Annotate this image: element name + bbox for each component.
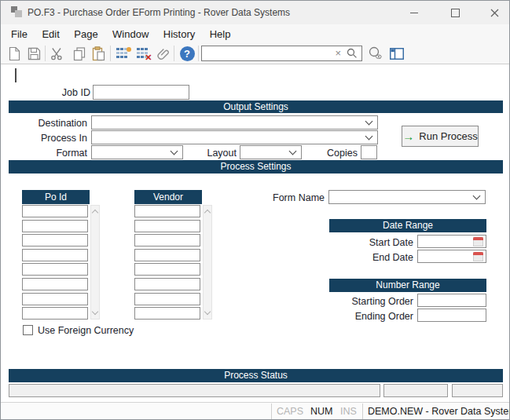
attachment-button[interactable] bbox=[154, 45, 173, 63]
minimize-icon bbox=[410, 13, 418, 13]
search-preview-icon bbox=[368, 46, 383, 61]
copy-button[interactable] bbox=[70, 45, 89, 63]
help-icon: ? bbox=[180, 46, 195, 61]
status-bar: CAPS NUM INS DEMO.NEW - Rover Data Syste… bbox=[1, 402, 509, 420]
form-name-label: Form Name bbox=[260, 192, 325, 203]
run-process-button[interactable]: → Run Process bbox=[402, 126, 479, 147]
list-cell-input[interactable] bbox=[134, 205, 200, 217]
statusbar-separator bbox=[362, 404, 363, 420]
app-icon bbox=[11, 6, 24, 19]
run-process-label: Run Process bbox=[419, 130, 477, 142]
process-settings-header: Process Settings bbox=[9, 160, 503, 173]
minimize-button[interactable] bbox=[398, 1, 431, 24]
caps-indicator: CAPS bbox=[277, 406, 303, 417]
menu-item-edit[interactable]: Edit bbox=[42, 24, 59, 44]
list-cell-input[interactable] bbox=[22, 220, 88, 232]
menu-item-help[interactable]: Help bbox=[210, 24, 231, 44]
use-foreign-currency-checkbox[interactable] bbox=[23, 325, 33, 335]
vendor-scrollbar[interactable] bbox=[203, 205, 212, 320]
clear-search-icon[interactable]: × bbox=[335, 47, 341, 60]
starting-order-input[interactable] bbox=[417, 294, 486, 307]
form-layout-icon bbox=[390, 48, 404, 60]
calendar-icon[interactable] bbox=[473, 252, 483, 261]
ins-indicator: INS bbox=[340, 406, 357, 417]
save-button[interactable] bbox=[24, 45, 43, 63]
cut-icon bbox=[50, 47, 64, 60]
menu-item-page[interactable]: Page bbox=[74, 24, 97, 44]
resize-grip-icon[interactable] bbox=[504, 416, 506, 418]
menu-item-window[interactable]: Window bbox=[112, 24, 149, 44]
process-status-field bbox=[452, 384, 503, 397]
list-cell-input[interactable] bbox=[134, 234, 200, 247]
new-document-icon bbox=[9, 46, 20, 61]
list-cell-input[interactable] bbox=[134, 293, 200, 305]
form-layout-button[interactable] bbox=[387, 45, 406, 63]
copies-input[interactable] bbox=[361, 145, 377, 159]
list-cell-input[interactable] bbox=[134, 307, 200, 320]
help-button[interactable]: ? bbox=[178, 45, 196, 63]
starting-order-label: Starting Order bbox=[319, 296, 413, 307]
delete-record-button[interactable]: ✕ bbox=[134, 45, 153, 63]
vendor-list bbox=[134, 205, 200, 320]
ending-order-input[interactable] bbox=[417, 309, 486, 322]
list-cell-input[interactable] bbox=[134, 278, 200, 290]
form-area: Job ID Output Settings Destination Proce… bbox=[1, 64, 509, 403]
toolbar-separator bbox=[45, 46, 46, 61]
search-input[interactable] bbox=[204, 47, 332, 61]
scroll-down-icon[interactable] bbox=[92, 309, 98, 315]
list-cell-input[interactable] bbox=[22, 234, 88, 247]
toolbar-separator bbox=[110, 46, 111, 61]
list-cell-input[interactable] bbox=[134, 263, 200, 276]
process-in-label: Process In bbox=[17, 133, 87, 144]
new-document-button[interactable] bbox=[5, 45, 24, 63]
toolbar-separator bbox=[174, 46, 174, 61]
po-id-scrollbar[interactable] bbox=[90, 205, 100, 320]
list-cell-input[interactable] bbox=[22, 263, 88, 276]
po-id-column-header: Po Id bbox=[22, 190, 90, 204]
end-date-input[interactable] bbox=[417, 250, 486, 263]
search-preview-button[interactable] bbox=[366, 45, 385, 63]
process-status-header: Process Status bbox=[9, 369, 503, 382]
menu-item-file[interactable]: File bbox=[11, 24, 28, 44]
destination-label: Destination bbox=[17, 118, 87, 129]
maximize-button[interactable] bbox=[438, 1, 471, 24]
ending-order-label: Ending Order bbox=[319, 311, 413, 322]
calendar-icon[interactable] bbox=[473, 237, 483, 247]
chevron-down-icon bbox=[171, 148, 178, 155]
menu-item-history[interactable]: History bbox=[163, 24, 195, 44]
list-cell-input[interactable] bbox=[22, 205, 88, 217]
toolbar-separator bbox=[198, 46, 199, 61]
list-cell-input[interactable] bbox=[22, 293, 88, 305]
scroll-up-icon[interactable] bbox=[204, 210, 211, 216]
job-id-input[interactable] bbox=[93, 85, 189, 100]
list-cell-input[interactable] bbox=[134, 249, 200, 261]
copies-label: Copies bbox=[303, 148, 358, 159]
layout-select[interactable] bbox=[240, 145, 302, 159]
close-button[interactable] bbox=[478, 1, 510, 24]
menu-bar: File Edit Page Window History Help bbox=[1, 24, 509, 44]
form-name-select[interactable] bbox=[328, 190, 486, 204]
vendor-column-header: Vendor bbox=[134, 190, 202, 204]
close-icon bbox=[490, 9, 499, 17]
start-date-label: Start Date bbox=[335, 237, 413, 248]
date-range-header: Date Range bbox=[329, 219, 486, 232]
scroll-up-icon[interactable] bbox=[92, 210, 98, 216]
maximize-icon bbox=[451, 9, 460, 17]
format-select[interactable] bbox=[91, 145, 183, 159]
cut-button[interactable] bbox=[47, 45, 66, 63]
insert-record-button[interactable] bbox=[114, 45, 133, 63]
process-in-select[interactable] bbox=[91, 130, 378, 144]
paste-button[interactable] bbox=[89, 45, 108, 63]
list-cell-input[interactable] bbox=[22, 278, 88, 290]
search-icon[interactable] bbox=[347, 48, 358, 59]
list-cell-input[interactable] bbox=[22, 307, 88, 320]
destination-select[interactable] bbox=[91, 115, 378, 130]
start-date-input[interactable] bbox=[417, 235, 486, 248]
scroll-down-icon[interactable] bbox=[204, 309, 211, 315]
list-cell-input[interactable] bbox=[134, 220, 200, 232]
process-status-field bbox=[9, 384, 380, 397]
list-cell-input[interactable] bbox=[22, 249, 88, 261]
toolbar-search-box: × bbox=[201, 46, 362, 61]
chevron-down-icon bbox=[365, 118, 373, 126]
chevron-down-icon bbox=[365, 133, 373, 141]
